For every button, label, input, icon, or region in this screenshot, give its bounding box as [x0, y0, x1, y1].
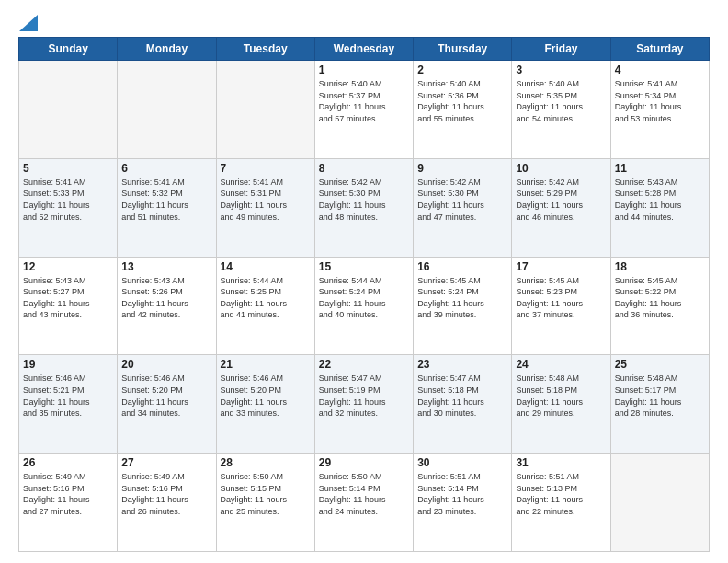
day-info: Sunrise: 5:40 AM Sunset: 5:36 PM Dayligh…: [417, 78, 507, 124]
weekday-header-sunday: Sunday: [19, 38, 118, 61]
calendar-cell: 14Sunrise: 5:44 AM Sunset: 5:25 PM Dayli…: [216, 257, 314, 355]
day-number: 18: [615, 260, 705, 273]
calendar-cell: 8Sunrise: 5:42 AM Sunset: 5:30 PM Daylig…: [314, 158, 413, 257]
day-info: Sunrise: 5:45 AM Sunset: 5:23 PM Dayligh…: [516, 275, 606, 321]
logo-icon: [19, 15, 38, 31]
day-number: 1: [319, 63, 409, 76]
day-number: 17: [516, 260, 606, 273]
day-info: Sunrise: 5:46 AM Sunset: 5:21 PM Dayligh…: [23, 373, 113, 419]
calendar-cell: [216, 61, 314, 159]
day-info: Sunrise: 5:51 AM Sunset: 5:14 PM Dayligh…: [417, 471, 507, 517]
weekday-header-friday: Friday: [512, 38, 610, 61]
day-number: 11: [615, 162, 705, 175]
calendar-cell: 29Sunrise: 5:50 AM Sunset: 5:14 PM Dayli…: [314, 454, 413, 552]
day-number: 6: [121, 162, 211, 175]
calendar-cell: 30Sunrise: 5:51 AM Sunset: 5:14 PM Dayli…: [414, 454, 512, 552]
calendar-cell: 10Sunrise: 5:42 AM Sunset: 5:29 PM Dayli…: [512, 158, 610, 257]
calendar-cell: 25Sunrise: 5:48 AM Sunset: 5:17 PM Dayli…: [610, 355, 709, 454]
calendar-cell: 15Sunrise: 5:44 AM Sunset: 5:24 PM Dayli…: [314, 257, 413, 355]
day-number: 14: [221, 260, 311, 273]
day-number: 21: [221, 358, 311, 371]
day-info: Sunrise: 5:40 AM Sunset: 5:35 PM Dayligh…: [516, 78, 606, 124]
calendar-cell: 17Sunrise: 5:45 AM Sunset: 5:23 PM Dayli…: [512, 257, 610, 355]
day-info: Sunrise: 5:49 AM Sunset: 5:16 PM Dayligh…: [121, 471, 211, 517]
logo: [18, 15, 38, 29]
day-number: 26: [23, 456, 113, 469]
calendar-cell: 19Sunrise: 5:46 AM Sunset: 5:21 PM Dayli…: [19, 355, 118, 454]
day-number: 9: [417, 162, 507, 175]
week-row-1: 5Sunrise: 5:41 AM Sunset: 5:33 PM Daylig…: [19, 158, 710, 257]
calendar-cell: 16Sunrise: 5:45 AM Sunset: 5:24 PM Dayli…: [414, 257, 512, 355]
day-info: Sunrise: 5:45 AM Sunset: 5:24 PM Dayligh…: [417, 275, 507, 321]
day-info: Sunrise: 5:50 AM Sunset: 5:14 PM Dayligh…: [319, 471, 409, 517]
calendar-cell: 22Sunrise: 5:47 AM Sunset: 5:19 PM Dayli…: [314, 355, 413, 454]
day-number: 19: [23, 358, 113, 371]
day-info: Sunrise: 5:41 AM Sunset: 5:32 PM Dayligh…: [121, 177, 211, 223]
day-info: Sunrise: 5:44 AM Sunset: 5:24 PM Dayligh…: [319, 275, 409, 321]
svg-marker-0: [19, 15, 38, 31]
calendar-table: SundayMondayTuesdayWednesdayThursdayFrid…: [18, 37, 710, 552]
calendar-cell: 24Sunrise: 5:48 AM Sunset: 5:18 PM Dayli…: [512, 355, 610, 454]
day-number: 23: [417, 358, 507, 371]
day-number: 2: [417, 63, 507, 76]
calendar-cell: 11Sunrise: 5:43 AM Sunset: 5:28 PM Dayli…: [610, 158, 709, 257]
weekday-header-monday: Monday: [118, 38, 216, 61]
day-number: 31: [516, 456, 606, 469]
day-info: Sunrise: 5:42 AM Sunset: 5:30 PM Dayligh…: [417, 177, 507, 223]
calendar-cell: 13Sunrise: 5:43 AM Sunset: 5:26 PM Dayli…: [118, 257, 216, 355]
weekday-header-saturday: Saturday: [610, 38, 709, 61]
day-info: Sunrise: 5:42 AM Sunset: 5:30 PM Dayligh…: [319, 177, 409, 223]
day-info: Sunrise: 5:46 AM Sunset: 5:20 PM Dayligh…: [221, 373, 311, 419]
calendar-cell: 18Sunrise: 5:45 AM Sunset: 5:22 PM Dayli…: [610, 257, 709, 355]
day-info: Sunrise: 5:49 AM Sunset: 5:16 PM Dayligh…: [23, 471, 113, 517]
day-info: Sunrise: 5:51 AM Sunset: 5:13 PM Dayligh…: [516, 471, 606, 517]
header: [18, 15, 710, 29]
calendar-cell: 3Sunrise: 5:40 AM Sunset: 5:35 PM Daylig…: [512, 61, 610, 159]
weekday-header-tuesday: Tuesday: [216, 38, 314, 61]
day-info: Sunrise: 5:43 AM Sunset: 5:26 PM Dayligh…: [121, 275, 211, 321]
day-info: Sunrise: 5:47 AM Sunset: 5:18 PM Dayligh…: [417, 373, 507, 419]
day-number: 8: [319, 162, 409, 175]
day-info: Sunrise: 5:43 AM Sunset: 5:28 PM Dayligh…: [615, 177, 705, 223]
day-number: 16: [417, 260, 507, 273]
weekday-header-row: SundayMondayTuesdayWednesdayThursdayFrid…: [19, 38, 710, 61]
day-info: Sunrise: 5:41 AM Sunset: 5:33 PM Dayligh…: [23, 177, 113, 223]
calendar-cell: 26Sunrise: 5:49 AM Sunset: 5:16 PM Dayli…: [19, 454, 118, 552]
day-info: Sunrise: 5:48 AM Sunset: 5:18 PM Dayligh…: [516, 373, 606, 419]
day-number: 7: [221, 162, 311, 175]
calendar-cell: 27Sunrise: 5:49 AM Sunset: 5:16 PM Dayli…: [118, 454, 216, 552]
week-row-0: 1Sunrise: 5:40 AM Sunset: 5:37 PM Daylig…: [19, 61, 710, 159]
day-info: Sunrise: 5:43 AM Sunset: 5:27 PM Dayligh…: [23, 275, 113, 321]
day-number: 25: [615, 358, 705, 371]
day-number: 15: [319, 260, 409, 273]
day-info: Sunrise: 5:40 AM Sunset: 5:37 PM Dayligh…: [319, 78, 409, 124]
day-number: 3: [516, 63, 606, 76]
calendar-cell: 2Sunrise: 5:40 AM Sunset: 5:36 PM Daylig…: [414, 61, 512, 159]
calendar-cell: 28Sunrise: 5:50 AM Sunset: 5:15 PM Dayli…: [216, 454, 314, 552]
calendar-cell: [19, 61, 118, 159]
week-row-2: 12Sunrise: 5:43 AM Sunset: 5:27 PM Dayli…: [19, 257, 710, 355]
calendar-cell: [118, 61, 216, 159]
day-number: 4: [615, 63, 705, 76]
calendar-cell: 7Sunrise: 5:41 AM Sunset: 5:31 PM Daylig…: [216, 158, 314, 257]
day-number: 30: [417, 456, 507, 469]
day-number: 22: [319, 358, 409, 371]
day-info: Sunrise: 5:42 AM Sunset: 5:29 PM Dayligh…: [516, 177, 606, 223]
day-info: Sunrise: 5:48 AM Sunset: 5:17 PM Dayligh…: [615, 373, 705, 419]
day-info: Sunrise: 5:45 AM Sunset: 5:22 PM Dayligh…: [615, 275, 705, 321]
day-info: Sunrise: 5:41 AM Sunset: 5:34 PM Dayligh…: [615, 78, 705, 124]
day-info: Sunrise: 5:47 AM Sunset: 5:19 PM Dayligh…: [319, 373, 409, 419]
weekday-header-wednesday: Wednesday: [314, 38, 413, 61]
calendar-cell: 5Sunrise: 5:41 AM Sunset: 5:33 PM Daylig…: [19, 158, 118, 257]
day-number: 10: [516, 162, 606, 175]
calendar-cell: 4Sunrise: 5:41 AM Sunset: 5:34 PM Daylig…: [610, 61, 709, 159]
day-number: 13: [121, 260, 211, 273]
calendar-cell: 1Sunrise: 5:40 AM Sunset: 5:37 PM Daylig…: [314, 61, 413, 159]
day-number: 28: [221, 456, 311, 469]
calendar-cell: 6Sunrise: 5:41 AM Sunset: 5:32 PM Daylig…: [118, 158, 216, 257]
day-number: 5: [23, 162, 113, 175]
calendar-cell: 12Sunrise: 5:43 AM Sunset: 5:27 PM Dayli…: [19, 257, 118, 355]
week-row-4: 26Sunrise: 5:49 AM Sunset: 5:16 PM Dayli…: [19, 454, 710, 552]
day-info: Sunrise: 5:44 AM Sunset: 5:25 PM Dayligh…: [221, 275, 311, 321]
calendar-cell: 9Sunrise: 5:42 AM Sunset: 5:30 PM Daylig…: [414, 158, 512, 257]
